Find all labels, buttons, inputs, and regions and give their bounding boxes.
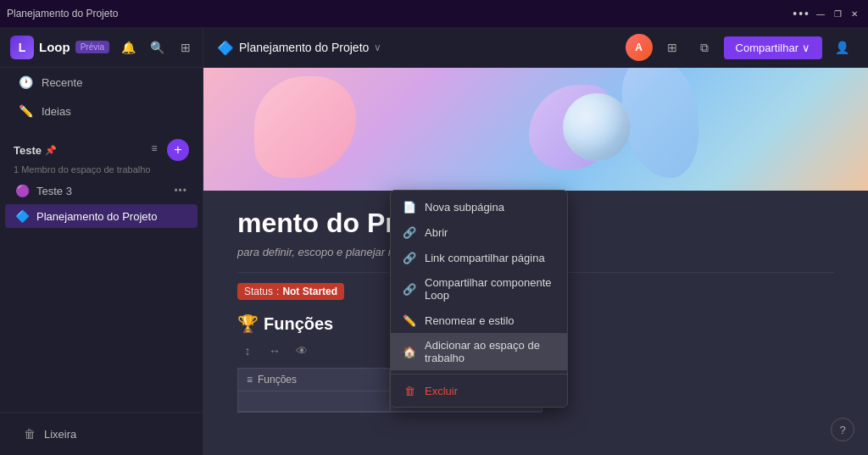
notification-icon[interactable]: 🔔: [116, 36, 140, 59]
workspace-section: Teste 📌 ≡ + 1 Membro do espaço de trabal…: [0, 125, 203, 178]
funcoes-col-icon: ≡: [247, 374, 253, 386]
delete-icon: 🗑: [403, 384, 416, 397]
logo-area: L Loop Prévia: [10, 36, 109, 59]
trash-icon: 🗑: [24, 427, 36, 441]
section-icon: 🏆: [237, 314, 259, 334]
menu-nova-subpagina-label: Nova subpágina: [425, 201, 504, 214]
funcoes-col-label: Funções: [258, 374, 297, 386]
hide-icon[interactable]: 👁: [292, 341, 312, 361]
hero-sphere: [563, 93, 631, 161]
page-nav-icon: 🔷: [217, 40, 234, 56]
menu-abrir-label: Abrir: [425, 226, 448, 239]
table-col-funcoes: ≡ Funções: [237, 368, 390, 413]
menu-item-renomear[interactable]: ✏️ Renomear e estilo: [391, 308, 567, 333]
titlebar: Planejamento do Projeto ••• — ❐ ✕: [0, 0, 868, 27]
close-button[interactable]: ✕: [848, 7, 861, 20]
copy-icon[interactable]: ⧉: [692, 35, 717, 60]
table-header-funcoes: ≡ Funções: [238, 369, 389, 391]
status-badge[interactable]: Status : Not Started: [237, 283, 344, 300]
sidebar-item-recent[interactable]: 🕐 Recente: [5, 69, 198, 96]
share-chevron-icon: ∨: [802, 42, 810, 54]
titlebar-dots[interactable]: •••: [793, 7, 810, 20]
sidebar-item-planejamento[interactable]: 🔷 Planejamento do Projeto: [5, 204, 198, 228]
maximize-button[interactable]: ❐: [831, 7, 844, 20]
grid-icon[interactable]: ⊞: [174, 36, 198, 59]
menu-item-adicionar-espaco[interactable]: 🏠 Adicionar ao espaço de trabalho: [391, 333, 567, 370]
page-nav-title: Planejamento do Projeto: [239, 41, 369, 54]
menu-adicionar-espaco-label: Adicionar ao espaço de trabalho: [425, 339, 555, 364]
topbar-icons: 🔔 🔍 ⊞: [116, 36, 198, 59]
app-name: Loop: [39, 40, 70, 54]
menu-item-link-pagina[interactable]: 🔗 Link compartilhar página: [391, 245, 567, 270]
hero-blob2: [622, 68, 698, 178]
menu-item-excluir[interactable]: 🗑 Excluir: [391, 378, 567, 403]
help-button[interactable]: ?: [831, 418, 854, 441]
sidebar: L Loop Prévia 🔔 🔍 ⊞ 🕐 Recente ✏️ Ideias …: [0, 27, 203, 455]
app-layout: L Loop Prévia 🔔 🔍 ⊞ 🕐 Recente ✏️ Ideias …: [0, 27, 868, 455]
main-content: 🔷 Planejamento do Projeto ∨ A ⊞ ⧉ Compar…: [203, 27, 868, 455]
menu-item-compartilhar-loop[interactable]: 🔗 Compartilhar componente Loop: [391, 270, 567, 308]
sidebar-item-ideas-label: Ideias: [42, 105, 71, 118]
sidebar-bottom: 🗑 Lixeira: [0, 412, 203, 455]
share-button[interactable]: Compartilhar ∨: [724, 36, 822, 59]
sidebar-item-lixeira[interactable]: 🗑 Lixeira: [10, 420, 192, 447]
workspace-header: Teste 📌 ≡ +: [10, 136, 192, 164]
sidebar-item-teste3-label: Teste 3: [36, 185, 72, 197]
titlebar-title: Planejamento do Projeto: [7, 8, 118, 19]
menu-separator: [391, 374, 567, 375]
page-nav: 🔷 Planejamento do Projeto ∨: [217, 40, 381, 56]
status-value: Not Started: [282, 286, 337, 297]
pin-icon: 📌: [45, 145, 57, 156]
menu-item-abrir[interactable]: 🔗 Abrir: [391, 219, 567, 245]
page-nav-chevron[interactable]: ∨: [374, 42, 381, 53]
add-workspace-icon: 🏠: [403, 345, 416, 358]
section-title-text: Funções: [264, 314, 333, 334]
status-label: Status: [244, 286, 273, 297]
teste3-icon: 🟣: [15, 184, 30, 197]
workspace-add-button[interactable]: +: [167, 139, 189, 161]
rename-icon: ✏️: [403, 314, 416, 327]
context-menu: 📄 Nova subpágina 🔗 Abrir 🔗 Link comparti…: [390, 190, 568, 408]
open-icon: 🔗: [403, 225, 416, 239]
menu-compartilhar-loop-label: Compartilhar componente Loop: [425, 276, 555, 302]
sidebar-topbar: L Loop Prévia 🔔 🔍 ⊞: [0, 27, 203, 68]
workspace-menu-btn[interactable]: ≡: [145, 139, 164, 158]
subpage-icon: 📄: [403, 200, 416, 214]
sidebar-item-ideas[interactable]: ✏️ Ideias: [5, 97, 198, 125]
preview-badge: Prévia: [75, 41, 109, 53]
status-separator: :: [276, 286, 279, 297]
titlebar-controls: ••• — ❐ ✕: [793, 7, 861, 20]
hero-image: [203, 68, 868, 191]
logo-icon: L: [10, 36, 34, 59]
minimize-button[interactable]: —: [814, 7, 827, 20]
hero-blob1: [254, 76, 356, 178]
ideas-icon: ✏️: [19, 104, 33, 118]
filter-icon[interactable]: ↔: [264, 341, 285, 361]
workspace-member-count: 1 Membro do espaço de trabalho: [10, 164, 192, 175]
table-row: [238, 391, 389, 412]
recent-icon: 🕐: [19, 75, 33, 89]
sidebar-item-lixeira-label: Lixeira: [44, 428, 76, 441]
sidebar-item-recent-label: Recente: [42, 76, 82, 89]
main-topbar-right: A ⊞ ⧉ Compartilhar ∨ 👤: [626, 34, 854, 61]
layout-icon[interactable]: ⊞: [659, 35, 685, 60]
main-topbar: 🔷 Planejamento do Projeto ∨ A ⊞ ⧉ Compar…: [203, 27, 868, 68]
search-icon[interactable]: 🔍: [145, 36, 169, 59]
menu-item-nova-subpagina[interactable]: 📄 Nova subpágina: [391, 194, 567, 219]
link-icon: 🔗: [403, 251, 416, 264]
menu-link-pagina-label: Link compartilhar página: [425, 252, 545, 264]
share-loop-icon: 🔗: [403, 282, 416, 296]
workspace-actions: ≡ +: [145, 139, 189, 161]
user-icon[interactable]: 👤: [829, 35, 854, 60]
menu-excluir-label: Excluir: [425, 385, 458, 397]
avatar: A: [626, 34, 653, 61]
sort-icon[interactable]: ↕: [237, 341, 258, 361]
sidebar-item-teste3[interactable]: 🟣 Teste 3 •••: [5, 179, 198, 203]
planejamento-icon: 🔷: [15, 209, 30, 223]
teste3-more-btn[interactable]: •••: [174, 185, 187, 197]
workspace-name: Teste 📌: [14, 144, 57, 157]
sidebar-item-planejamento-label: Planejamento do Projeto: [36, 210, 157, 223]
menu-renomear-label: Renomear e estilo: [425, 314, 515, 327]
